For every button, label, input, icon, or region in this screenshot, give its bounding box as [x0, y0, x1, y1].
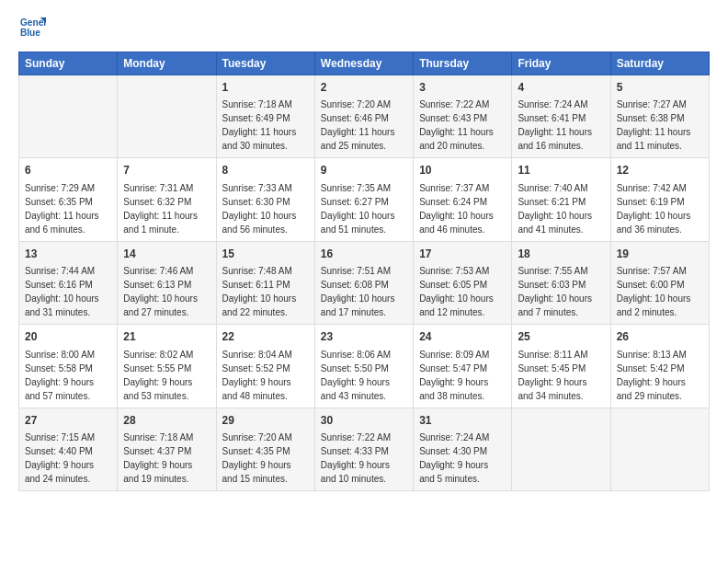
day-number: 28: [123, 413, 210, 429]
day-number: 15: [222, 247, 309, 262]
page-header: General Blue: [18, 15, 710, 44]
day-number: 23: [321, 329, 407, 345]
calendar-cell: 3Sunrise: 7:22 AM Sunset: 6:43 PM Daylig…: [414, 75, 512, 158]
day-content: Sunrise: 7:55 AM Sunset: 6:03 PM Dayligh…: [518, 264, 604, 319]
logo-icon: General Blue: [20, 15, 46, 40]
day-content: Sunrise: 7:29 AM Sunset: 6:35 PM Dayligh…: [25, 181, 111, 236]
day-content: Sunrise: 7:15 AM Sunset: 4:40 PM Dayligh…: [25, 431, 111, 486]
day-content: Sunrise: 7:53 AM Sunset: 6:05 PM Dayligh…: [419, 264, 506, 319]
calendar-cell: [118, 75, 216, 158]
calendar-cell: 28Sunrise: 7:18 AM Sunset: 4:37 PM Dayli…: [118, 408, 216, 490]
day-number: 26: [617, 329, 703, 345]
day-number: 3: [419, 80, 506, 96]
day-number: 5: [617, 80, 703, 96]
day-number: 29: [222, 413, 309, 429]
day-number: 9: [321, 163, 407, 178]
day-number: 20: [25, 329, 111, 345]
calendar-cell: 26Sunrise: 8:13 AM Sunset: 5:42 PM Dayli…: [610, 325, 709, 408]
calendar-cell: [19, 75, 118, 158]
calendar-week-2: 6Sunrise: 7:29 AM Sunset: 6:35 PM Daylig…: [19, 158, 710, 241]
day-content: Sunrise: 8:04 AM Sunset: 5:52 PM Dayligh…: [222, 348, 309, 403]
calendar-cell: 15Sunrise: 7:48 AM Sunset: 6:11 PM Dayli…: [216, 241, 314, 324]
day-number: 22: [222, 329, 309, 345]
calendar-cell: 25Sunrise: 8:11 AM Sunset: 5:45 PM Dayli…: [512, 325, 610, 408]
day-content: Sunrise: 7:22 AM Sunset: 4:33 PM Dayligh…: [321, 431, 407, 486]
calendar-cell: 12Sunrise: 7:42 AM Sunset: 6:19 PM Dayli…: [610, 158, 709, 241]
calendar-cell: 6Sunrise: 7:29 AM Sunset: 6:35 PM Daylig…: [19, 158, 118, 241]
day-content: Sunrise: 8:06 AM Sunset: 5:50 PM Dayligh…: [321, 348, 407, 403]
calendar-cell: 10Sunrise: 7:37 AM Sunset: 6:24 PM Dayli…: [414, 158, 512, 241]
calendar-cell: 23Sunrise: 8:06 AM Sunset: 5:50 PM Dayli…: [314, 325, 413, 408]
day-number: 1: [222, 80, 309, 96]
day-content: Sunrise: 7:20 AM Sunset: 4:35 PM Dayligh…: [222, 431, 309, 486]
calendar-cell: 20Sunrise: 8:00 AM Sunset: 5:58 PM Dayli…: [19, 325, 118, 408]
calendar-cell: 16Sunrise: 7:51 AM Sunset: 6:08 PM Dayli…: [314, 241, 413, 324]
day-number: 10: [419, 163, 506, 178]
calendar-cell: 29Sunrise: 7:20 AM Sunset: 4:35 PM Dayli…: [216, 408, 314, 490]
calendar-cell: 4Sunrise: 7:24 AM Sunset: 6:41 PM Daylig…: [512, 75, 610, 158]
logo: General Blue: [18, 15, 50, 44]
calendar-cell: 1Sunrise: 7:18 AM Sunset: 6:49 PM Daylig…: [216, 75, 314, 158]
day-number: 2: [321, 80, 407, 96]
day-content: Sunrise: 7:35 AM Sunset: 6:27 PM Dayligh…: [321, 181, 407, 236]
day-header-tuesday: Tuesday: [216, 52, 314, 75]
day-content: Sunrise: 7:33 AM Sunset: 6:30 PM Dayligh…: [222, 181, 309, 236]
calendar-cell: [512, 408, 610, 490]
calendar-cell: 30Sunrise: 7:22 AM Sunset: 4:33 PM Dayli…: [314, 408, 413, 490]
day-content: Sunrise: 7:51 AM Sunset: 6:08 PM Dayligh…: [321, 264, 407, 319]
day-header-monday: Monday: [118, 52, 216, 75]
calendar-cell: 13Sunrise: 7:44 AM Sunset: 6:16 PM Dayli…: [19, 241, 118, 324]
calendar-cell: 17Sunrise: 7:53 AM Sunset: 6:05 PM Dayli…: [414, 241, 512, 324]
day-header-sunday: Sunday: [19, 52, 118, 75]
day-number: 16: [321, 247, 407, 262]
day-number: 24: [419, 329, 506, 345]
calendar-cell: [610, 408, 709, 490]
day-content: Sunrise: 7:22 AM Sunset: 6:43 PM Dayligh…: [419, 98, 506, 153]
day-number: 11: [518, 163, 604, 178]
calendar-header: SundayMondayTuesdayWednesdayThursdayFrid…: [19, 52, 710, 75]
day-header-friday: Friday: [512, 52, 610, 75]
day-number: 13: [25, 247, 111, 262]
calendar-cell: 11Sunrise: 7:40 AM Sunset: 6:21 PM Dayli…: [512, 158, 610, 241]
day-header-thursday: Thursday: [414, 52, 512, 75]
day-number: 18: [518, 247, 604, 262]
day-content: Sunrise: 8:02 AM Sunset: 5:55 PM Dayligh…: [123, 348, 210, 403]
calendar-cell: 27Sunrise: 7:15 AM Sunset: 4:40 PM Dayli…: [19, 408, 118, 490]
calendar-cell: 18Sunrise: 7:55 AM Sunset: 6:03 PM Dayli…: [512, 241, 610, 324]
day-content: Sunrise: 7:24 AM Sunset: 4:30 PM Dayligh…: [419, 431, 506, 486]
day-number: 4: [518, 80, 604, 96]
day-number: 31: [419, 413, 506, 429]
day-content: Sunrise: 8:11 AM Sunset: 5:45 PM Dayligh…: [518, 348, 604, 403]
calendar-week-3: 13Sunrise: 7:44 AM Sunset: 6:16 PM Dayli…: [19, 241, 710, 324]
calendar-week-4: 20Sunrise: 8:00 AM Sunset: 5:58 PM Dayli…: [19, 325, 710, 408]
day-content: Sunrise: 7:40 AM Sunset: 6:21 PM Dayligh…: [518, 181, 604, 236]
day-number: 17: [419, 247, 506, 262]
calendar-cell: 8Sunrise: 7:33 AM Sunset: 6:30 PM Daylig…: [216, 158, 314, 241]
day-number: 6: [25, 163, 111, 178]
day-number: 7: [123, 163, 210, 178]
calendar-cell: 31Sunrise: 7:24 AM Sunset: 4:30 PM Dayli…: [414, 408, 512, 490]
day-content: Sunrise: 7:44 AM Sunset: 6:16 PM Dayligh…: [25, 264, 111, 319]
calendar-week-5: 27Sunrise: 7:15 AM Sunset: 4:40 PM Dayli…: [19, 408, 710, 490]
calendar-cell: 21Sunrise: 8:02 AM Sunset: 5:55 PM Dayli…: [118, 325, 216, 408]
day-content: Sunrise: 7:18 AM Sunset: 6:49 PM Dayligh…: [222, 98, 309, 153]
day-content: Sunrise: 7:57 AM Sunset: 6:00 PM Dayligh…: [617, 264, 703, 319]
day-content: Sunrise: 8:00 AM Sunset: 5:58 PM Dayligh…: [25, 348, 111, 403]
day-content: Sunrise: 8:09 AM Sunset: 5:47 PM Dayligh…: [419, 348, 506, 403]
day-number: 25: [518, 329, 604, 345]
day-content: Sunrise: 7:24 AM Sunset: 6:41 PM Dayligh…: [518, 98, 604, 153]
calendar-cell: 9Sunrise: 7:35 AM Sunset: 6:27 PM Daylig…: [314, 158, 413, 241]
calendar-cell: 2Sunrise: 7:20 AM Sunset: 6:46 PM Daylig…: [314, 75, 413, 158]
calendar-cell: 5Sunrise: 7:27 AM Sunset: 6:38 PM Daylig…: [610, 75, 709, 158]
day-content: Sunrise: 7:18 AM Sunset: 4:37 PM Dayligh…: [123, 431, 210, 486]
day-number: 21: [123, 329, 210, 345]
day-number: 27: [25, 413, 111, 429]
calendar-cell: 7Sunrise: 7:31 AM Sunset: 6:32 PM Daylig…: [118, 158, 216, 241]
day-header-wednesday: Wednesday: [314, 52, 413, 75]
day-number: 8: [222, 163, 309, 178]
calendar-cell: 14Sunrise: 7:46 AM Sunset: 6:13 PM Dayli…: [118, 241, 216, 324]
day-content: Sunrise: 7:48 AM Sunset: 6:11 PM Dayligh…: [222, 264, 309, 319]
day-content: Sunrise: 8:13 AM Sunset: 5:42 PM Dayligh…: [617, 348, 703, 403]
day-content: Sunrise: 7:46 AM Sunset: 6:13 PM Dayligh…: [123, 264, 210, 319]
svg-text:Blue: Blue: [20, 28, 40, 38]
